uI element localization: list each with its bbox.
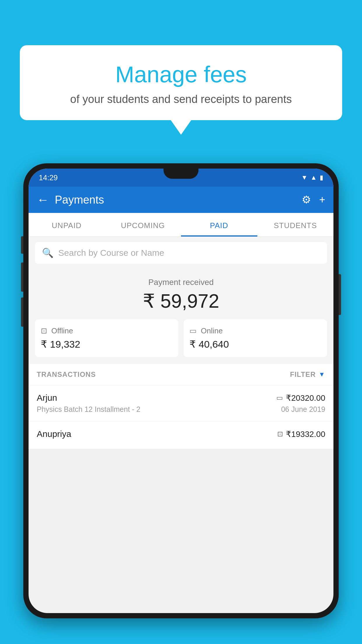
search-bar[interactable]: 🔍 Search by Course or Name bbox=[35, 242, 327, 264]
app-bar: ← Payments ⚙ + bbox=[29, 187, 333, 213]
offline-amount: ₹ 19,332 bbox=[41, 338, 173, 350]
wifi-icon: ▼ bbox=[301, 174, 307, 181]
filter-button[interactable]: FILTER ▼ bbox=[290, 370, 325, 379]
back-button[interactable]: ← bbox=[37, 193, 49, 207]
offline-payment-icon-anupriya: ⊡ bbox=[277, 430, 283, 438]
transactions-label: TRANSACTIONS bbox=[37, 370, 96, 379]
app-bar-actions: ⚙ + bbox=[302, 194, 325, 206]
speech-bubble-subtitle: of your students and send receipts to pa… bbox=[37, 93, 325, 106]
online-amount: ₹ 40,640 bbox=[189, 338, 321, 350]
search-input[interactable]: Search by Course or Name bbox=[58, 248, 164, 258]
transaction-amount-anupriya: ₹19332.00 bbox=[286, 429, 325, 439]
filter-label: FILTER bbox=[290, 370, 316, 379]
status-icons: ▼ ▲ ▮ bbox=[301, 174, 323, 181]
transaction-amount-arjun: ₹20320.00 bbox=[286, 393, 325, 403]
payment-cards: ⊡ Offline ₹ 19,332 ▭ Online ₹ 40,640 bbox=[35, 319, 327, 357]
transaction-top-arjun: Arjun ▭ ₹20320.00 bbox=[37, 393, 325, 403]
payment-summary: Payment received ₹ 59,972 ⊡ Offline ₹ 19… bbox=[29, 269, 333, 364]
online-label: Online bbox=[201, 326, 223, 335]
payment-total-amount: ₹ 59,972 bbox=[35, 290, 327, 312]
phone-container: 14:29 ▼ ▲ ▮ ← Payments ⚙ + UNPAID bbox=[23, 163, 339, 644]
transaction-amount-row-arjun: ▭ ₹20320.00 bbox=[276, 393, 325, 403]
phone-silent-button bbox=[21, 298, 23, 327]
online-payment-card: ▭ Online ₹ 40,640 bbox=[184, 319, 327, 357]
offline-payment-header: ⊡ Offline bbox=[41, 326, 173, 335]
tab-upcoming[interactable]: UPCOMING bbox=[105, 213, 181, 237]
phone-volume-down-button bbox=[21, 262, 23, 292]
filter-icon: ▼ bbox=[319, 371, 325, 378]
phone-power-button bbox=[339, 274, 341, 315]
transaction-course-arjun: Physics Batch 12 Installment - 2 bbox=[37, 405, 140, 414]
offline-label: Offline bbox=[51, 326, 73, 335]
transaction-name-anupriya: Anupriya bbox=[37, 429, 71, 439]
transaction-name-arjun: Arjun bbox=[37, 393, 57, 403]
transaction-row-arjun[interactable]: Arjun ▭ ₹20320.00 Physics Batch 12 Insta… bbox=[29, 385, 333, 421]
speech-bubble-title: Manage fees bbox=[37, 61, 325, 88]
add-icon[interactable]: + bbox=[319, 194, 325, 206]
search-bar-container: 🔍 Search by Course or Name bbox=[29, 237, 333, 269]
status-time: 14:29 bbox=[39, 173, 58, 182]
speech-bubble-container: Manage fees of your students and send re… bbox=[20, 45, 342, 135]
transaction-amount-row-anupriya: ⊡ ₹19332.00 bbox=[277, 429, 325, 439]
signal-icon: ▲ bbox=[310, 174, 317, 181]
status-bar: 14:29 ▼ ▲ ▮ bbox=[29, 169, 333, 187]
phone-notch bbox=[164, 169, 198, 179]
offline-icon: ⊡ bbox=[41, 326, 47, 335]
online-payment-header: ▭ Online bbox=[189, 326, 321, 335]
online-payment-icon-arjun: ▭ bbox=[276, 394, 283, 402]
transaction-top-anupriya: Anupriya ⊡ ₹19332.00 bbox=[37, 429, 325, 439]
speech-bubble: Manage fees of your students and send re… bbox=[20, 45, 342, 120]
settings-icon[interactable]: ⚙ bbox=[302, 194, 311, 206]
transaction-row-anupriya[interactable]: Anupriya ⊡ ₹19332.00 bbox=[29, 421, 333, 449]
phone-screen: 14:29 ▼ ▲ ▮ ← Payments ⚙ + UNPAID bbox=[29, 169, 333, 613]
tab-unpaid[interactable]: UNPAID bbox=[29, 213, 105, 237]
transaction-detail-arjun: Physics Batch 12 Installment - 2 06 June… bbox=[37, 405, 325, 414]
offline-payment-card: ⊡ Offline ₹ 19,332 bbox=[35, 319, 178, 357]
payment-received-label: Payment received bbox=[35, 278, 327, 287]
transaction-date-arjun: 06 June 2019 bbox=[281, 405, 325, 414]
tab-students[interactable]: STUDENTS bbox=[257, 213, 334, 237]
speech-bubble-arrow bbox=[171, 120, 191, 135]
app-title: Payments bbox=[55, 194, 302, 206]
tab-paid[interactable]: PAID bbox=[181, 213, 257, 237]
phone: 14:29 ▼ ▲ ▮ ← Payments ⚙ + UNPAID bbox=[23, 163, 339, 618]
phone-volume-up-button bbox=[21, 236, 23, 254]
online-icon: ▭ bbox=[189, 326, 197, 335]
search-icon: 🔍 bbox=[42, 247, 54, 258]
transactions-header: TRANSACTIONS FILTER ▼ bbox=[29, 364, 333, 385]
battery-icon: ▮ bbox=[320, 174, 323, 181]
tab-bar: UNPAID UPCOMING PAID STUDENTS bbox=[29, 213, 333, 237]
